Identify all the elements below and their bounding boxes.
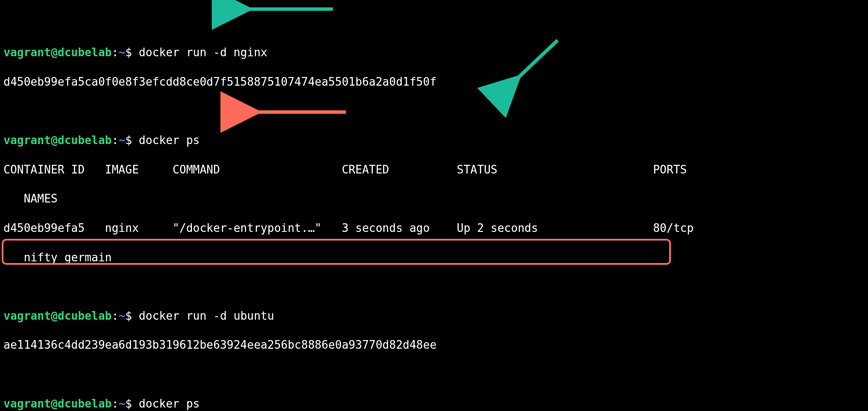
arrow-red-icon: [251, 106, 350, 119]
prompt-line: vagrant@dcubelab:~$ docker run -d nginx: [3, 45, 865, 60]
prompt-line: vagrant@dcubelab:~$ docker run -d ubuntu: [3, 309, 865, 324]
command-text: docker ps: [139, 397, 200, 410]
command-text: docker run -d nginx: [139, 46, 267, 59]
terminal[interactable]: vagrant@dcubelab:~$ docker run -d nginx …: [0, 0, 868, 411]
table-row: d450eb99efa5 nginx "/docker-entrypoint.……: [3, 221, 865, 236]
prompt-path: ~: [118, 134, 125, 147]
prompt-user: vagrant: [3, 134, 51, 147]
arrow-teal-icon: [242, 3, 337, 16]
output-hash: ae114136c4dd239ea6d193b319612be63924eea2…: [3, 338, 865, 353]
table-header: NAMES: [3, 192, 865, 206]
prompt-path: ~: [118, 46, 125, 59]
prompt-host: dcubelab: [57, 397, 112, 410]
prompt-user: vagrant: [3, 397, 51, 410]
prompt-host: dcubelab: [57, 46, 112, 59]
prompt-at: @: [51, 134, 58, 147]
prompt-line: vagrant@dcubelab:~$ docker ps: [3, 133, 865, 148]
prompt-symbol: $: [125, 397, 132, 410]
prompt-at: @: [51, 397, 58, 410]
command-text: docker ps: [139, 134, 200, 147]
prompt-colon: :: [112, 397, 118, 410]
prompt-at: @: [51, 309, 58, 322]
table-header: CONTAINER ID IMAGE COMMAND CREATED STATU…: [3, 163, 865, 177]
prompt-colon: :: [112, 309, 118, 322]
prompt-path: ~: [118, 397, 125, 410]
prompt-symbol: $: [125, 134, 132, 147]
prompt-colon: :: [112, 134, 118, 147]
prompt-host: dcubelab: [57, 309, 112, 322]
table-row: nifty_germain: [3, 250, 865, 265]
prompt-symbol: $: [125, 46, 132, 59]
prompt-user: vagrant: [3, 46, 51, 59]
output-hash: d450eb99efa5ca0f0e8f3efcdd8ce0d7f5158875…: [3, 75, 865, 90]
prompt-symbol: $: [125, 309, 132, 322]
prompt-host: dcubelab: [57, 134, 112, 147]
prompt-path: ~: [118, 309, 125, 322]
prompt-user: vagrant: [3, 309, 51, 322]
command-text: docker run -d ubuntu: [139, 309, 274, 322]
prompt-line: vagrant@dcubelab:~$ docker ps: [3, 397, 865, 411]
prompt-at: @: [51, 46, 58, 59]
prompt-colon: :: [112, 46, 118, 59]
